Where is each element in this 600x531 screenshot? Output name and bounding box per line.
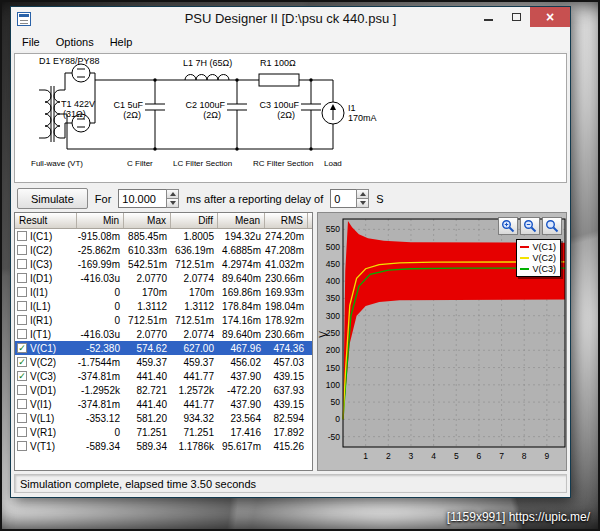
zoom-in-icon (501, 219, 515, 233)
menu-options[interactable]: Options (48, 34, 102, 50)
label-c2-resistance: (2Ω) (203, 110, 221, 120)
svg-text:4: 4 (431, 451, 436, 461)
result-checkbox[interactable] (17, 329, 27, 339)
result-value: 2.0774 (171, 273, 218, 284)
result-checkbox[interactable] (17, 385, 27, 395)
result-value: -52.380 (77, 343, 124, 354)
delay-input[interactable] (330, 189, 356, 208)
spin-down-icon[interactable] (166, 199, 179, 208)
result-checkbox[interactable]: ✓ (17, 357, 27, 367)
duration-spinner[interactable] (166, 189, 179, 208)
table-row[interactable]: I(C2)-25.862m610.33m636.19m4.6885m47.208… (15, 243, 312, 257)
spin-up-icon[interactable] (356, 189, 369, 199)
table-row[interactable]: ✓V(C1)-52.380574.62627.00467.96474.36 (15, 341, 312, 355)
section-fullwave: Full-wave (VT) (31, 159, 83, 168)
minimize-button[interactable] (474, 7, 502, 27)
result-value: 474.36 (265, 343, 308, 354)
minimize-icon (484, 19, 493, 21)
section-cfilter: C Filter (127, 159, 153, 168)
result-value: -1.2952k (77, 385, 124, 396)
titlebar[interactable]: PSU Designer II [D:\psu ck 440.psu ] × (11, 7, 570, 32)
table-row[interactable]: I(I1)0170m170m169.86m169.93m (15, 285, 312, 299)
svg-text:400: 400 (326, 276, 340, 286)
watermark-text: [1159x991] https://upic.me/ (447, 510, 590, 524)
label-c2: C2 100uF (185, 100, 225, 110)
result-value: -472.20 (218, 385, 265, 396)
legend-item: V(C1) (520, 241, 556, 252)
result-name: I(L1) (30, 301, 51, 312)
result-name: I(C3) (30, 259, 52, 270)
result-value: 17.892 (265, 427, 308, 438)
result-value: 712.51m (124, 315, 171, 326)
result-checkbox[interactable] (17, 259, 27, 269)
result-value: -169.99m (77, 259, 124, 270)
svg-text:350: 350 (326, 293, 340, 303)
result-checkbox[interactable] (17, 287, 27, 297)
result-value: 0 (77, 287, 124, 298)
result-checkbox[interactable] (17, 399, 27, 409)
result-value: -416.03u (77, 273, 124, 284)
result-checkbox[interactable] (17, 245, 27, 255)
zoom-out-button[interactable] (520, 217, 540, 235)
zoom-reset-button[interactable] (542, 217, 562, 235)
simulation-controls: Simulate For ms after a reporting delay … (11, 185, 570, 212)
table-row[interactable]: V(D1)-1.2952k82.7211.2572k-472.20637.93 (15, 383, 312, 397)
table-row[interactable]: I(L1)01.31121.3112178.84m198.04m (15, 299, 312, 313)
result-value: 274.20m (265, 231, 308, 242)
result-value: 2.0770 (124, 273, 171, 284)
result-value: 441.77 (171, 371, 218, 382)
result-checkbox[interactable] (17, 301, 27, 311)
delay-spinner[interactable] (356, 189, 369, 208)
result-value: 41.032m (265, 259, 308, 270)
result-value: 437.90 (218, 371, 265, 382)
result-name: I(C2) (30, 245, 52, 256)
label-r1: R1 100Ω (260, 58, 296, 68)
result-value: 437.90 (218, 399, 265, 410)
maximize-button[interactable] (502, 7, 530, 27)
result-value: 89.640m (218, 329, 265, 340)
result-checkbox[interactable] (17, 441, 27, 451)
simulate-button[interactable]: Simulate (17, 188, 88, 209)
svg-text:50: 50 (331, 397, 341, 407)
menu-file[interactable]: File (14, 34, 48, 50)
result-value: 170m (124, 287, 171, 298)
result-checkbox[interactable] (17, 413, 27, 423)
table-row[interactable]: I(D1)-416.03u2.07702.077489.640m230.66m (15, 271, 312, 285)
menu-help[interactable]: Help (102, 34, 141, 50)
result-checkbox[interactable] (17, 273, 27, 283)
result-value: 712.51m (171, 259, 218, 270)
result-value: 174.16m (218, 315, 265, 326)
table-row[interactable]: ✓V(C3)-374.81m441.40441.77437.90439.15 (15, 369, 312, 383)
spin-up-icon[interactable] (166, 189, 179, 199)
table-row[interactable]: V(I1)-374.81m441.40441.77437.90439.15 (15, 397, 312, 411)
result-checkbox[interactable] (17, 315, 27, 325)
spin-down-icon[interactable] (356, 199, 369, 208)
result-checkbox[interactable]: ✓ (17, 371, 27, 381)
close-button[interactable]: × (530, 7, 570, 27)
table-row[interactable]: I(R1)0712.51m712.51m174.16m178.92m (15, 313, 312, 327)
zoom-in-button[interactable] (498, 217, 518, 235)
chart-legend: V(C1)V(C2)V(C3) (516, 239, 561, 277)
result-checkbox[interactable]: ✓ (17, 343, 27, 353)
table-row[interactable]: V(L1)-353.12581.20934.3223.56482.594 (15, 411, 312, 425)
result-checkbox[interactable] (17, 427, 27, 437)
chart-panel[interactable]: 550500450400350300250200150100500-501234… (317, 212, 567, 471)
result-value: 17.416 (218, 427, 265, 438)
circuit-schematic[interactable]: D1 EY88/PY88 T1 422V (31Ω) C1 5uF (2Ω) L… (14, 53, 567, 183)
result-name: I(R1) (30, 315, 52, 326)
table-row[interactable]: I(C1)-915.08m885.45m1.8005194.32u274.20m (15, 229, 312, 243)
label-i1-current: 170mA (348, 113, 377, 123)
table-row[interactable]: V(T1)-589.34589.341.1786k95.617m415.26 (15, 439, 312, 453)
chart-toolbar (498, 217, 562, 235)
table-row[interactable]: ✓V(C2)-1.7544m459.37459.37456.02457.03 (15, 355, 312, 369)
capacitor-c2 (227, 80, 247, 149)
table-row[interactable]: I(C3)-169.99m542.51m712.51m4.2974m41.032… (15, 257, 312, 271)
table-row[interactable]: I(T1)-416.03u2.07702.077489.640m230.66m (15, 327, 312, 341)
inductor-l1 (185, 75, 229, 81)
close-icon: × (546, 9, 554, 25)
duration-input[interactable] (118, 189, 166, 208)
svg-text:3: 3 (409, 451, 414, 461)
table-row[interactable]: V(R1)071.25171.25117.41617.892 (15, 425, 312, 439)
result-checkbox[interactable] (17, 231, 27, 241)
result-value: 441.77 (171, 399, 218, 410)
